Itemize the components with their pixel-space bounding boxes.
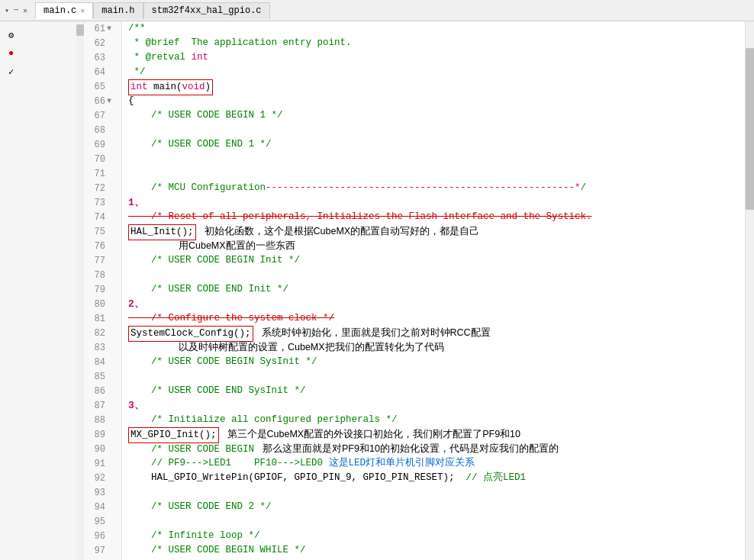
right-scrollbar[interactable]: [745, 21, 754, 560]
code-line-74: /* Reset of all peripherals, Initializes…: [122, 210, 745, 224]
code-line-63: * @retval int: [122, 50, 745, 65]
code-line-64: */: [122, 65, 745, 79]
collapse-61[interactable]: ▼: [107, 24, 111, 33]
line-69: 69: [84, 137, 121, 152]
line-67: 67: [84, 108, 121, 123]
minimize-icon[interactable]: ─: [12, 6, 20, 14]
window-controls[interactable]: ▾ ─ ✕: [3, 6, 29, 15]
line-79: 79: [84, 282, 121, 297]
line-81: 81: [84, 311, 121, 326]
code-line-90: /* USER CODE BEGIN 那么这里面就是对PF9和10的初始化设置，…: [122, 442, 745, 456]
sidebar-scrollbar[interactable]: [23, 24, 84, 560]
code-line-97: /* USER CODE BEGIN WHILE */: [122, 543, 745, 558]
line-numbers: 61 ▼ 62 63 64 65 66 ▼ 67 68 69 70 71 72 …: [84, 21, 122, 560]
line-76: 76: [84, 239, 121, 253]
code-line-93: [122, 485, 745, 500]
main-decl-highlight: int main(void): [128, 79, 213, 95]
line-68: 68: [84, 123, 121, 137]
tab-label-stm32: stm32f4xx_hal_gpio.c: [152, 5, 262, 16]
code-line-68: [122, 123, 745, 137]
line-92: 92: [84, 471, 121, 485]
line-84: 84: [84, 355, 121, 369]
code-line-83: 以及时钟树配置的设置，CubeMX把我们的配置转化为了代码: [122, 340, 745, 355]
line-77: 77: [84, 253, 121, 268]
code-line-62: * @brief The application entry point.: [122, 36, 745, 50]
mx-gpio-highlight: MX_GPIO_Init();: [128, 427, 219, 443]
code-line-70: [122, 152, 745, 166]
gear-button[interactable]: ⚙: [4, 27, 19, 43]
line-71: 71: [84, 166, 121, 181]
sidebar-scroll-track[interactable]: [76, 24, 84, 560]
code-line-71: [122, 166, 745, 181]
line-93: 93: [84, 485, 121, 500]
line-97: 97: [84, 543, 121, 558]
line-90: 90: [84, 442, 121, 456]
line-82: 82: [84, 326, 121, 340]
line-89: 89: [84, 427, 121, 442]
line-95: 95: [84, 514, 121, 529]
code-line-85: [122, 369, 745, 384]
hal-init-highlight: HAL_Init();: [128, 224, 196, 240]
code-line-96: /* Infinite loop */: [122, 529, 745, 543]
code-line-61: /**: [122, 21, 745, 36]
line-80: 80: [84, 297, 121, 311]
line-62: 62: [84, 36, 121, 50]
left-sidebar: ⚙ ● ✓: [0, 21, 84, 560]
code-line-75: HAL_Init(); 初始化函数，这个是根据CubeMX的配置自动写好的，都是…: [122, 224, 745, 239]
sidebar-scroll-thumb[interactable]: [76, 24, 84, 36]
right-scroll-thumb[interactable]: [746, 48, 754, 210]
code-line-80: 2、: [122, 297, 745, 311]
code-line-73: 1、: [122, 195, 745, 210]
top-bar: ▾ ─ ✕ main.c ✕ main.h stm32f4xx_hal_gpio…: [0, 0, 754, 21]
line-64: 64: [84, 65, 121, 79]
code-line-78: [122, 268, 745, 282]
code-line-69: /* USER CODE END 1 */: [122, 137, 745, 152]
collapse-66[interactable]: ▼: [107, 97, 111, 105]
code-line-88: /* Initialize all configured peripherals…: [122, 413, 745, 427]
line-96: 96: [84, 529, 121, 543]
line-85: 85: [84, 369, 121, 384]
line-72: 72: [84, 181, 121, 195]
tab-label-main-h: main.h: [102, 5, 134, 16]
tab-label-main-c: main.c: [44, 5, 76, 16]
tab-main-c[interactable]: main.c ✕: [35, 2, 93, 19]
code-line-86: /* USER CODE END SysInit */: [122, 384, 745, 398]
main-layout: ⚙ ● ✓ 61 ▼ 62 63 64 65 66: [0, 21, 754, 560]
code-line-82: SystemClock_Config(); 系统时钟初始化，里面就是我们之前对时…: [122, 326, 745, 340]
tab-main-h[interactable]: main.h: [93, 2, 143, 19]
code-line-77: /* USER CODE BEGIN Init */: [122, 253, 745, 268]
line-70: 70: [84, 152, 121, 166]
code-line-66: {: [122, 94, 745, 108]
line-78: 78: [84, 268, 121, 282]
code-area: 61 ▼ 62 63 64 65 66 ▼ 67 68 69 70 71 72 …: [84, 21, 754, 560]
code-line-67: /* USER CODE BEGIN 1 */: [122, 108, 745, 123]
sidebar-inner: ⚙ ● ✓: [0, 24, 84, 560]
code-line-92: HAL_GPIO_WritePin(GPIOF, GPIO_PIN_9, GPI…: [122, 471, 745, 485]
tab-stm32[interactable]: stm32f4xx_hal_gpio.c: [143, 2, 270, 19]
code-line-95: [122, 514, 745, 529]
line-91: 91: [84, 456, 121, 471]
line-73: 73: [84, 195, 121, 210]
dot-red-button[interactable]: ●: [4, 46, 19, 61]
code-line-89: MX_GPIO_Init(); 第三个是CubeMX配置的外设接口初始化，我们刚…: [122, 427, 745, 442]
line-87: 87: [84, 398, 121, 413]
line-65: 65: [84, 79, 121, 94]
line-61: 61 ▼: [84, 21, 121, 36]
pin-icon[interactable]: ▾: [3, 6, 11, 15]
line-83: 83: [84, 340, 121, 355]
code-line-79: /* USER CODE END Init */: [122, 282, 745, 297]
line-66: 66 ▼: [84, 94, 121, 108]
code-line-94: /* USER CODE END 2 */: [122, 500, 745, 514]
sidebar-actions: ⚙ ● ✓: [0, 24, 23, 560]
line-75: 75: [84, 224, 121, 239]
code-line-72: /* MCU Configuration--------------------…: [122, 181, 745, 195]
line-63: 63: [84, 50, 121, 65]
check-button[interactable]: ✓: [4, 64, 19, 79]
code-line-76: 用CubeMX配置的一些东西: [122, 239, 745, 253]
tab-close-main-c[interactable]: ✕: [80, 6, 85, 15]
close-icon[interactable]: ✕: [21, 6, 29, 15]
code-content: /** * @brief The application entry point…: [122, 21, 745, 560]
code-line-81: /* Configure the system clock */: [122, 311, 745, 326]
line-86: 86: [84, 384, 121, 398]
line-88: 88: [84, 413, 121, 427]
